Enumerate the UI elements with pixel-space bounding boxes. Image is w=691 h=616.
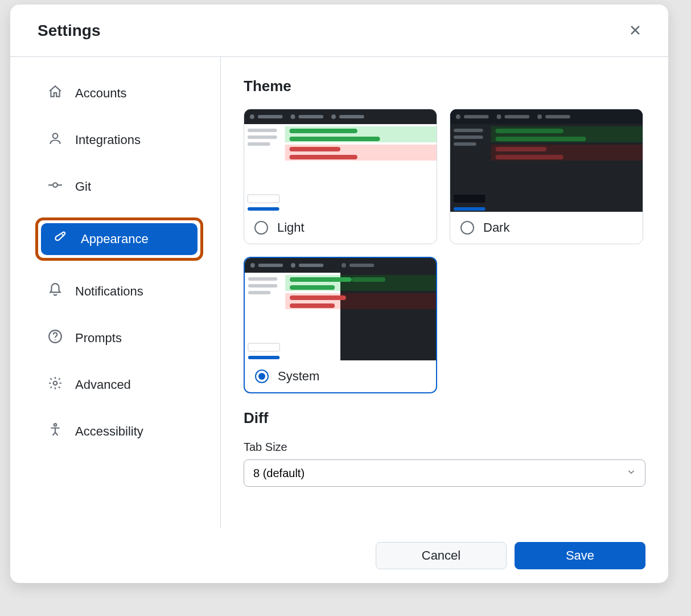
theme-preview-system: [245, 258, 436, 360]
svg-rect-20: [248, 207, 279, 211]
svg-point-1: [53, 183, 57, 187]
sidebar-item-label: Accessibility: [75, 424, 143, 439]
sidebar-item-label: Advanced: [75, 377, 131, 392]
svg-rect-39: [454, 195, 486, 203]
sidebar-item-integrations[interactable]: Integrations: [35, 124, 203, 156]
svg-rect-35: [545, 115, 570, 118]
svg-point-13: [331, 114, 336, 119]
save-button[interactable]: Save: [515, 542, 645, 569]
theme-preview-light: [244, 109, 437, 212]
svg-point-34: [537, 114, 542, 119]
svg-point-54: [342, 263, 346, 268]
modal-body: Accounts Integrations Git: [10, 57, 668, 528]
sidebar-item-notifications[interactable]: Notifications: [35, 276, 203, 307]
svg-rect-58: [248, 291, 271, 294]
gear-icon: [48, 376, 63, 394]
svg-rect-65: [290, 285, 335, 290]
svg-rect-14: [339, 115, 364, 118]
theme-footer: Light: [244, 212, 437, 244]
svg-point-5: [55, 339, 56, 340]
radio-icon: [255, 369, 269, 383]
svg-rect-67: [340, 293, 436, 309]
sidebar-item-appearance[interactable]: Appearance: [41, 223, 198, 255]
theme-label: Dark: [483, 220, 509, 235]
question-icon: [48, 329, 63, 347]
svg-rect-63: [290, 277, 352, 282]
svg-rect-26: [290, 147, 340, 151]
person-icon: [48, 131, 63, 149]
modal-footer: Cancel Save: [10, 528, 668, 583]
tab-size-select-wrap: 8 (default): [244, 459, 645, 487]
svg-rect-17: [248, 135, 277, 139]
sidebar-item-advanced[interactable]: Advanced: [35, 369, 203, 401]
svg-rect-51: [258, 264, 283, 267]
tab-size-label: Tab Size: [244, 441, 645, 454]
svg-rect-37: [454, 135, 483, 139]
sidebar-item-accounts[interactable]: Accounts: [35, 77, 203, 109]
svg-rect-43: [496, 137, 586, 141]
settings-modal: Settings Accounts Integration: [10, 5, 668, 583]
svg-rect-33: [504, 115, 529, 118]
svg-point-0: [53, 133, 58, 138]
svg-rect-16: [248, 129, 277, 132]
svg-rect-36: [454, 129, 483, 132]
svg-point-52: [291, 263, 295, 268]
sidebar-item-label: Notifications: [75, 284, 143, 299]
svg-point-11: [291, 114, 295, 119]
svg-rect-57: [248, 284, 277, 288]
accessibility-icon: [48, 422, 63, 441]
close-button[interactable]: [625, 20, 645, 41]
theme-option-light[interactable]: Light: [244, 109, 437, 244]
svg-point-7: [54, 424, 56, 426]
svg-rect-64: [352, 277, 385, 282]
modal-header: Settings: [10, 5, 668, 57]
svg-rect-31: [464, 115, 489, 118]
cancel-button[interactable]: Cancel: [376, 542, 507, 569]
theme-label: Light: [277, 220, 305, 235]
tab-size-select[interactable]: 8 (default): [244, 459, 645, 487]
home-icon: [48, 84, 63, 102]
radio-icon: [460, 221, 474, 235]
sidebar-nav: Accounts Integrations Git: [35, 77, 203, 447]
sidebar-item-prompts[interactable]: Prompts: [35, 322, 203, 354]
svg-rect-42: [496, 129, 564, 133]
svg-rect-45: [496, 147, 546, 151]
svg-point-32: [497, 114, 501, 119]
svg-rect-38: [454, 142, 476, 146]
svg-rect-60: [248, 356, 279, 359]
settings-content: Theme: [221, 57, 668, 528]
radio-icon: [254, 221, 268, 235]
svg-point-50: [250, 263, 255, 268]
sidebar-item-label: Git: [75, 179, 91, 194]
sidebar-item-label: Accounts: [75, 86, 127, 101]
svg-rect-24: [290, 137, 380, 141]
svg-rect-18: [248, 142, 270, 146]
brush-icon: [54, 230, 68, 248]
theme-footer: Dark: [450, 212, 643, 244]
svg-rect-27: [290, 155, 357, 159]
modal-title: Settings: [38, 22, 100, 40]
svg-rect-23: [290, 129, 357, 133]
sidebar-item-label: Integrations: [75, 133, 141, 147]
bell-icon: [48, 282, 63, 301]
diff-heading: Diff: [244, 409, 645, 427]
git-commit-icon: [48, 178, 63, 196]
theme-preview-dark: [450, 109, 643, 212]
svg-rect-68: [290, 295, 346, 300]
theme-option-dark[interactable]: Dark: [450, 109, 643, 244]
sidebar-item-label: Prompts: [75, 331, 122, 346]
settings-sidebar: Accounts Integrations Git: [10, 57, 221, 528]
sidebar-item-accessibility[interactable]: Accessibility: [35, 416, 203, 447]
svg-rect-56: [248, 277, 277, 281]
theme-option-system[interactable]: System: [244, 257, 437, 393]
svg-rect-46: [496, 155, 564, 159]
close-icon: [630, 23, 641, 39]
svg-point-6: [54, 381, 57, 385]
theme-label: System: [278, 369, 319, 384]
svg-point-30: [456, 114, 460, 119]
svg-rect-40: [454, 207, 486, 211]
svg-rect-69: [290, 303, 335, 308]
sidebar-item-git[interactable]: Git: [35, 171, 203, 203]
sidebar-item-appearance-highlight: Appearance: [35, 217, 203, 261]
svg-point-9: [250, 114, 254, 119]
